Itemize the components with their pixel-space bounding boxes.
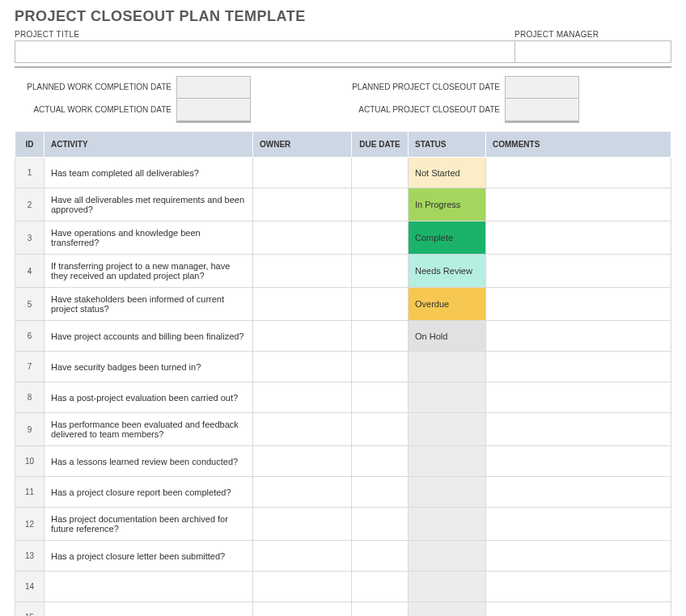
row-id: 7 [15, 352, 44, 382]
planned-work-date-input[interactable] [176, 76, 251, 99]
row-status[interactable] [409, 477, 486, 508]
row-activity[interactable]: Have operations and knowledge been trans… [44, 222, 253, 255]
status-chip[interactable]: Not Started [409, 158, 485, 188]
row-owner[interactable] [253, 222, 352, 255]
status-chip[interactable] [409, 477, 485, 507]
row-due-date[interactable] [352, 321, 409, 352]
row-comments[interactable] [486, 222, 671, 255]
row-status[interactable] [409, 382, 486, 413]
status-chip[interactable]: Complete [409, 222, 485, 254]
row-due-date[interactable] [352, 158, 409, 188]
row-comments[interactable] [486, 255, 671, 288]
status-chip[interactable]: Needs Review [409, 255, 485, 287]
actual-work-date-input[interactable] [176, 99, 251, 121]
row-comments[interactable] [486, 158, 671, 188]
project-manager-input[interactable] [514, 40, 671, 63]
row-owner[interactable] [253, 255, 352, 288]
row-id: 1 [15, 158, 44, 188]
status-chip[interactable] [409, 572, 485, 601]
row-status[interactable]: Overdue [409, 288, 486, 321]
project-title-input[interactable] [15, 40, 514, 63]
row-comments[interactable] [486, 321, 671, 352]
status-chip[interactable] [409, 602, 485, 616]
row-owner[interactable] [253, 382, 352, 413]
row-status[interactable] [409, 413, 486, 446]
row-due-date[interactable] [352, 352, 409, 382]
row-status[interactable] [409, 602, 486, 617]
row-owner[interactable] [253, 321, 352, 352]
row-comments[interactable] [486, 352, 671, 382]
row-activity[interactable]: Have project accounts and billing been f… [44, 321, 253, 352]
row-due-date[interactable] [352, 446, 409, 477]
row-owner[interactable] [253, 158, 352, 188]
row-owner[interactable] [253, 288, 352, 321]
row-comments[interactable] [486, 572, 671, 602]
planned-project-date-input[interactable] [505, 76, 579, 99]
row-activity[interactable]: Have stakeholders been informed of curre… [44, 288, 253, 321]
row-activity[interactable]: Has project documentation been archived … [44, 508, 253, 541]
row-status[interactable] [409, 352, 486, 382]
row-status[interactable]: On Hold [409, 321, 486, 352]
actual-project-date-input[interactable] [505, 99, 579, 121]
row-due-date[interactable] [352, 541, 409, 572]
status-chip[interactable]: On Hold [409, 321, 485, 351]
row-status[interactable]: Not Started [409, 158, 486, 188]
row-activity[interactable]: Has a project closure report been comple… [44, 477, 253, 508]
row-status[interactable]: Complete [409, 222, 486, 255]
row-activity[interactable]: Have all deliverables met requirements a… [44, 188, 253, 222]
row-owner[interactable] [253, 572, 352, 602]
row-status[interactable] [409, 572, 486, 602]
row-comments[interactable] [486, 288, 671, 321]
row-owner[interactable] [253, 477, 352, 508]
row-owner[interactable] [253, 413, 352, 446]
row-due-date[interactable] [352, 413, 409, 446]
row-due-date[interactable] [352, 572, 409, 602]
row-comments[interactable] [486, 413, 671, 446]
row-activity[interactable]: Has performance been evaluated and feedb… [44, 413, 253, 446]
row-activity[interactable]: If transferring project to a new manager… [44, 255, 253, 288]
row-activity[interactable]: Has team completed all deliverables? [44, 158, 253, 188]
status-chip[interactable] [409, 541, 485, 571]
row-comments[interactable] [486, 508, 671, 541]
row-due-date[interactable] [352, 477, 409, 508]
row-status[interactable]: Needs Review [409, 255, 486, 288]
row-due-date[interactable] [352, 602, 409, 617]
row-owner[interactable] [253, 541, 352, 572]
row-comments[interactable] [486, 602, 671, 617]
row-due-date[interactable] [352, 382, 409, 413]
row-status[interactable] [409, 446, 486, 477]
row-due-date[interactable] [352, 222, 409, 255]
row-due-date[interactable] [352, 288, 409, 321]
status-chip[interactable] [409, 382, 485, 412]
row-due-date[interactable] [352, 188, 409, 222]
status-chip[interactable] [409, 413, 485, 445]
status-chip[interactable] [409, 508, 485, 540]
row-due-date[interactable] [352, 508, 409, 541]
row-comments[interactable] [486, 446, 671, 477]
status-chip[interactable]: In Progress [409, 188, 485, 221]
status-chip[interactable]: Overdue [409, 288, 485, 320]
status-chip[interactable] [409, 352, 485, 382]
row-comments[interactable] [486, 382, 671, 413]
row-activity[interactable]: Has a lessons learned review been conduc… [44, 446, 253, 477]
row-owner[interactable] [253, 508, 352, 541]
row-owner[interactable] [253, 446, 352, 477]
row-comments[interactable] [486, 477, 671, 508]
status-chip[interactable] [409, 446, 485, 476]
row-status[interactable] [409, 508, 486, 541]
row-status[interactable] [409, 541, 486, 572]
project-manager-label: PROJECT MANAGER [514, 30, 671, 39]
row-status[interactable]: In Progress [409, 188, 486, 222]
row-activity[interactable] [44, 602, 253, 617]
row-owner[interactable] [253, 352, 352, 382]
row-activity[interactable]: Has a project closure letter been submit… [44, 541, 253, 572]
row-comments[interactable] [486, 541, 671, 572]
row-activity[interactable]: Has a post-project evaluation been carri… [44, 382, 253, 413]
row-activity[interactable] [44, 572, 253, 602]
row-owner[interactable] [253, 188, 352, 222]
table-row: 14 [15, 572, 671, 602]
row-owner[interactable] [253, 602, 352, 617]
row-comments[interactable] [486, 188, 671, 222]
row-activity[interactable]: Have security badges been turned in? [44, 352, 253, 382]
row-due-date[interactable] [352, 255, 409, 288]
